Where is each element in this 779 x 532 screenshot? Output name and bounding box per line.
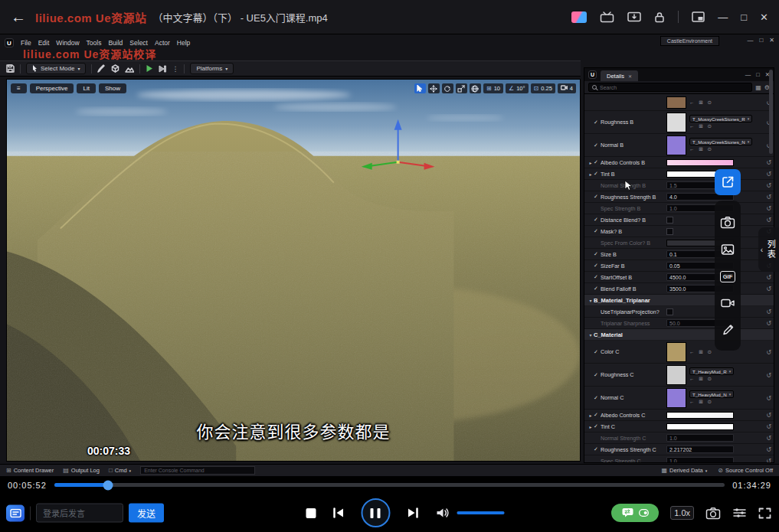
note-pencil-icon[interactable] [722,323,734,335]
move-tool-icon[interactable] [428,83,440,93]
override-check-icon[interactable]: ✓ [594,412,601,418]
scale-snap-toggle[interactable]: ⊡ 0.25 [531,83,555,93]
select-tool-icon[interactable] [414,83,426,93]
landscape-tool-icon[interactable] [125,65,134,73]
show-dropdown[interactable]: Show [99,83,126,93]
playback-speed-button[interactable]: 1.0x [670,506,694,520]
next-track-button[interactable] [406,507,419,519]
details-scrollbar[interactable] [769,70,773,154]
expander-icon[interactable]: ▸ [588,413,594,418]
details-row-roughness-c[interactable]: ✓Roughness CT_HeavyMud_R▾← ⊞ ⊙↺ [584,364,774,387]
details-row-spec-from-color-b[interactable]: Spec From Color? B↺ [584,237,774,249]
override-check-icon[interactable]: ✓ [594,251,601,257]
derived-data-button[interactable]: ▦ Derived Data ▾ [661,467,707,474]
asset-dropdown[interactable]: T_MossyCreekStones_R▾ [689,115,752,122]
number-input[interactable]: 1.0 [666,457,734,462]
lock-icon[interactable] [654,11,665,23]
toolbar-more-icon[interactable]: ⋮ [172,65,178,73]
details-row-startoffset-b[interactable]: ✓StartOffset B4500.0↺ [584,272,774,283]
viewport-menu-button[interactable]: ≡ [11,83,27,93]
app-logo-icon[interactable] [571,11,587,23]
texture-thumbnail[interactable] [666,96,686,109]
details-row-normal-c[interactable]: ✓Normal CT_HeavyMud_N▾← ⊞ ⊙↺ [584,387,774,410]
details-row-roughness-b[interactable]: ✓Roughness BT_MossyCreekStones_R▾← ⊞ ⊙↺ [584,111,774,134]
reset-to-default-icon[interactable]: ↺ [766,274,771,281]
details-row-normal-strength-c[interactable]: Normal Strength C1.0↺ [584,432,774,444]
chevron-down-icon[interactable]: ▾ [588,332,594,338]
details-row-color-c[interactable]: ✓Color C← ⊞ ⊙↺ [584,341,774,364]
cmd-dropdown[interactable]: □ Cmd ▾ [109,467,131,474]
details-row-roughness-strength-c[interactable]: ✓Roughness Strength C2.217202↺ [584,444,774,455]
share-button[interactable] [715,169,741,195]
rotate-tool-icon[interactable] [442,83,453,93]
texture-thumbnail[interactable] [666,342,686,362]
reset-to-default-icon[interactable]: ↺ [766,394,771,401]
ue-close-icon[interactable]: ✕ [769,37,774,44]
skip-frame-icon[interactable] [159,65,166,73]
override-check-icon[interactable]: ✓ [594,142,601,149]
output-log-button[interactable]: ▤ Output Log [63,467,100,474]
color-swatch[interactable] [666,423,734,430]
snapshot-gallery-icon[interactable] [721,243,735,256]
volume-icon[interactable] [435,507,450,519]
details-row-c-material[interactable]: ▾C_Material [584,329,774,341]
ue-maximize-icon[interactable]: □ [759,37,763,44]
details-row-roughness-strength-b[interactable]: ✓Roughness Strength B4.0↺ [584,191,774,203]
color-swatch[interactable] [666,412,734,419]
details-row-albedo-controls-b[interactable]: ▸✓Albedo Controls B↺ [584,157,774,168]
details-row-row-0[interactable]: ← ⊞ ⊙↺ [584,94,774,111]
override-check-icon[interactable]: ✓ [594,228,601,234]
asset-tool-icons[interactable]: ← ⊞ ⊙ [689,146,752,152]
reset-to-default-icon[interactable]: ↺ [766,182,771,189]
override-check-icon[interactable]: ✓ [594,171,601,177]
view-options-icon[interactable]: ▦ [755,84,761,91]
danmaku-style-icon[interactable] [6,504,25,521]
override-check-icon[interactable]: ✓ [594,395,601,401]
details-row-tint-b[interactable]: ▸✓Tint B↺ [584,168,774,180]
save-icon[interactable] [6,64,15,73]
asset-tool-icons[interactable]: ← ⊞ ⊙ [689,349,713,355]
expander-icon[interactable]: ▸ [588,171,594,177]
document-tab[interactable]: CastleEnvironment [660,36,719,46]
details-row-b-material-triplanar[interactable]: ▾B_Material_Triplanar [584,295,774,306]
platforms-dropdown[interactable]: Platforms ▾ [190,63,234,74]
asset-tool-icons[interactable]: ← ⊞ ⊙ [689,123,752,129]
details-row-size-b[interactable]: ✓Size B0.1↺ [584,249,774,260]
number-input[interactable]: 2.217202 [666,446,734,453]
param-checkbox[interactable] [666,217,673,224]
reset-to-default-icon[interactable]: ↺ [766,194,771,201]
console-command-input[interactable] [140,466,255,475]
override-check-icon[interactable]: ✓ [594,263,601,269]
pause-button[interactable] [361,498,390,527]
rotation-snap-toggle[interactable]: ∠ 10° [506,83,529,93]
seek-handle[interactable] [103,480,113,490]
details-row-spec-strength-b[interactable]: Spec Strength B1.0↺ [584,203,774,214]
details-minimize-icon[interactable]: — [745,71,751,78]
asset-dropdown[interactable]: T_MossyCreekStones_N▾ [689,138,752,145]
ue-minimize-icon[interactable]: — [747,37,753,44]
details-row-normal-b[interactable]: ✓Normal BT_MossyCreekStones_N▾← ⊞ ⊙↺ [584,134,774,157]
screenshot-camera-icon[interactable] [720,216,735,229]
texture-thumbnail[interactable] [666,135,686,155]
reset-to-default-icon[interactable]: ↺ [766,308,771,315]
reset-to-default-icon[interactable]: ↺ [766,458,771,463]
grid-snap-toggle[interactable]: ⊞ 10 [483,83,503,93]
details-row-blend-falloff-b[interactable]: ✓Blend Falloff B3500.0↺ [584,283,774,295]
screenshot-button[interactable] [705,507,721,520]
lit-dropdown[interactable]: Lit [77,83,95,93]
tv-mode-icon[interactable] [600,11,614,23]
texture-thumbnail[interactable] [666,388,686,408]
danmaku-toggle[interactable] [611,504,659,522]
expander-icon[interactable]: ▸ [588,424,594,429]
override-check-icon[interactable]: ✓ [594,446,601,452]
override-check-icon[interactable]: ✓ [594,274,601,280]
reset-to-default-icon[interactable]: ↺ [766,348,771,355]
reset-to-default-icon[interactable]: ↺ [766,412,771,419]
minimize-button[interactable]: — [718,12,728,22]
tab-close-icon[interactable]: ✕ [628,73,632,79]
reset-to-default-icon[interactable]: ↺ [766,205,771,212]
details-row-albedo-controls-c[interactable]: ▸✓Albedo Controls C↺ [584,410,774,421]
reset-to-default-icon[interactable]: ↺ [766,423,771,430]
content-drawer-button[interactable]: ⊞ Content Drawer [6,467,54,474]
perspective-dropdown[interactable]: Perspective [30,83,74,93]
